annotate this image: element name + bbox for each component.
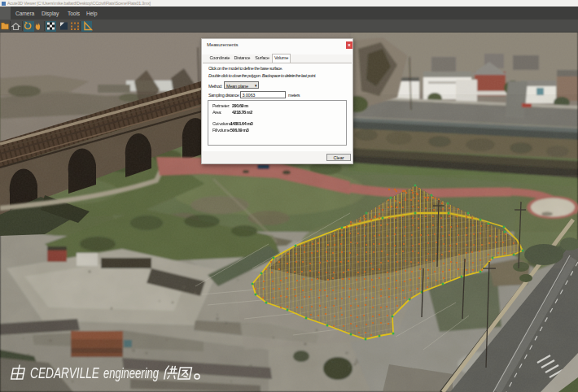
svg-text:CEDARVILLE: CEDARVILLE (30, 364, 99, 381)
svg-text:engineering: engineering (103, 364, 159, 381)
